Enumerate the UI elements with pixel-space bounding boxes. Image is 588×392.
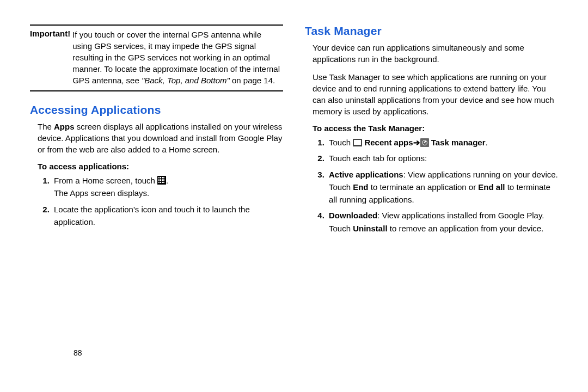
tm-step-4: Downloaded: View applications installed …	[327, 209, 558, 235]
steps-task-manager: Touch Recent apps ➔ Task manager. Touch …	[313, 136, 558, 235]
svg-rect-14	[160, 182, 161, 183]
note-page-ref: on page 14.	[230, 76, 275, 85]
arrow-icon: ➔	[413, 136, 420, 149]
text: screen displays all applications install…	[38, 122, 282, 154]
steps-access-apps: From a Home screen, touch . The Apps scr…	[38, 174, 283, 228]
text: The	[38, 122, 54, 131]
svg-rect-9	[158, 180, 160, 181]
svg-rect-3	[162, 177, 163, 178]
apps-grid-icon	[157, 176, 166, 185]
text: to remove an application from your devic…	[388, 224, 544, 233]
svg-rect-13	[158, 182, 160, 183]
text: .	[486, 138, 488, 147]
text-bold: Downloaded	[329, 211, 377, 220]
text: From a Home screen, touch	[54, 176, 157, 185]
note-label: Important!	[30, 29, 70, 38]
text-bold: Task manager	[431, 138, 486, 147]
svg-rect-5	[158, 179, 160, 180]
svg-rect-15	[162, 182, 163, 183]
subhead-access-tm: To access the Task Manager:	[313, 124, 558, 133]
subhead-access-apps: To access applications:	[38, 162, 283, 171]
recent-apps-icon	[353, 139, 362, 146]
text-bold: End	[353, 182, 368, 192]
text-bold: Active applications	[329, 170, 403, 179]
svg-rect-16	[163, 182, 164, 183]
important-note: Important! If you touch or cover the int…	[30, 24, 283, 91]
task-manager-icon	[420, 138, 429, 147]
tm-step-3: Active applications: View applications r…	[327, 168, 558, 206]
note-reference: "Back, Top, and Bottom"	[142, 76, 230, 85]
apps-paragraph: The Apps screen displays all application…	[30, 121, 283, 155]
page-number: 88	[74, 348, 82, 357]
svg-rect-11	[162, 180, 163, 181]
step-1: From a Home screen, touch . The Apps scr…	[52, 174, 283, 200]
svg-rect-1	[158, 177, 160, 178]
svg-rect-4	[163, 177, 164, 178]
text-bold: End all	[478, 182, 505, 192]
text-bold: Uninstall	[353, 224, 387, 233]
text: to terminate an application or	[369, 182, 479, 192]
tm-para2: Use Task Manager to see which applicatio…	[305, 71, 558, 117]
text: The Apps screen displays.	[54, 188, 149, 198]
text: .	[166, 176, 168, 185]
svg-rect-10	[160, 180, 161, 181]
tm-step-1: Touch Recent apps ➔ Task manager.	[327, 136, 558, 149]
tm-step-2: Touch each tab for options:	[327, 152, 558, 164]
heading-task-manager: Task Manager	[305, 24, 558, 38]
tm-para1: Your device can run applications simulta…	[305, 42, 558, 65]
step-2: Locate the application's icon and touch …	[52, 203, 283, 229]
svg-rect-6	[160, 179, 161, 180]
svg-rect-8	[163, 179, 164, 180]
text: Touch	[329, 138, 353, 147]
svg-rect-2	[160, 177, 161, 178]
text-bold: Recent apps	[364, 138, 413, 147]
svg-rect-7	[162, 179, 163, 180]
text-bold: Apps	[54, 122, 75, 131]
svg-rect-12	[163, 180, 164, 181]
note-body: If you touch or cover the internal GPS a…	[72, 29, 283, 86]
heading-accessing-applications: Accessing Applications	[30, 103, 283, 117]
